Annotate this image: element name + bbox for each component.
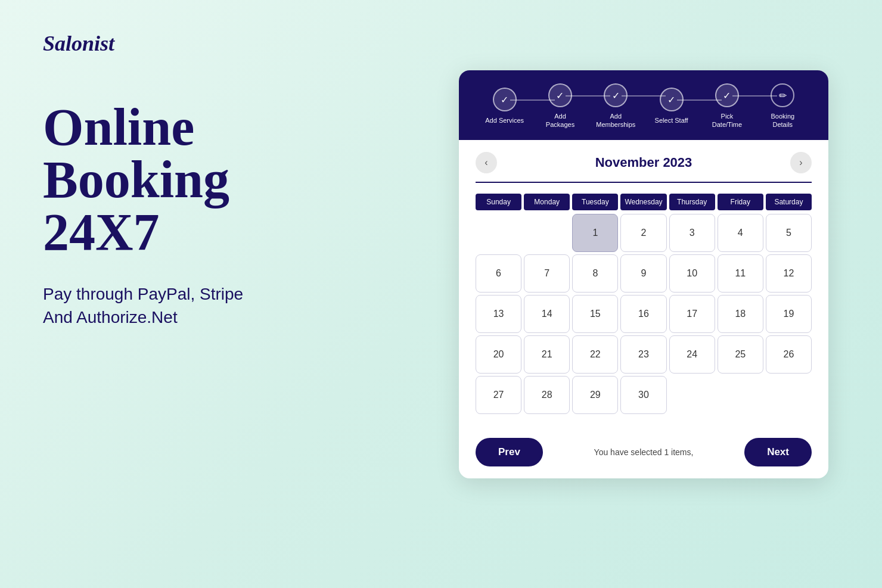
cal-empty (524, 214, 570, 252)
day-headers: Sunday Monday Tuesday Wednesday Thursday… (476, 194, 812, 210)
cal-day-25[interactable]: 25 (718, 335, 763, 374)
cal-day-8[interactable]: 8 (572, 254, 618, 293)
cal-day-18[interactable]: 18 (718, 295, 763, 333)
step-pick-datetime[interactable]: ✓ PickDate/Time (699, 83, 754, 129)
prev-month-button[interactable]: ‹ (476, 152, 497, 173)
step-circle-select-staff: ✓ (660, 88, 684, 111)
day-header-saturday: Saturday (766, 194, 812, 210)
cal-day-19[interactable]: 19 (766, 295, 812, 333)
calendar-header: ‹ November 2023 › (476, 152, 812, 183)
cal-day-26[interactable]: 26 (766, 335, 812, 374)
step-add-memberships[interactable]: ✓ AddMemberships (588, 83, 644, 129)
day-header-wednesday: Wednesday (620, 194, 666, 210)
step-add-packages[interactable]: ✓ AddPackages (532, 83, 588, 129)
step-label-pick-datetime: PickDate/Time (712, 112, 742, 129)
step-label-add-memberships: AddMemberships (596, 112, 635, 129)
cal-day-30[interactable]: 30 (620, 376, 666, 414)
cal-day-28[interactable]: 28 (524, 376, 570, 414)
cal-day-7[interactable]: 7 (524, 254, 570, 293)
cal-day-5[interactable]: 5 (766, 214, 812, 252)
cal-day-24[interactable]: 24 (669, 335, 715, 374)
cal-day-4[interactable]: 4 (718, 214, 763, 252)
step-circle-add-memberships: ✓ (604, 83, 628, 107)
cal-day-12[interactable]: 12 (766, 254, 812, 293)
footer-status: You have selected 1 items, (543, 447, 744, 457)
cal-day-22[interactable]: 22 (572, 335, 618, 374)
cal-day-23[interactable]: 23 (620, 335, 666, 374)
logo-text: Salonist (43, 32, 114, 55)
month-title: November 2023 (595, 155, 692, 170)
day-header-tuesday: Tuesday (572, 194, 618, 210)
next-button[interactable]: Next (744, 438, 812, 466)
day-header-sunday: Sunday (476, 194, 521, 210)
cal-empty (766, 376, 812, 414)
step-add-services[interactable]: ✓ Add Services (477, 88, 532, 125)
step-select-staff[interactable]: ✓ Select Staff (644, 88, 699, 125)
cal-day-2[interactable]: 2 (620, 214, 666, 252)
cal-day-1[interactable]: 1 (572, 214, 618, 252)
step-circle-add-packages: ✓ (548, 83, 572, 107)
step-label-select-staff: Select Staff (655, 116, 688, 125)
cal-day-21[interactable]: 21 (524, 335, 570, 374)
cal-day-14[interactable]: 14 (524, 295, 570, 333)
cal-day-6[interactable]: 6 (476, 254, 521, 293)
cal-day-17[interactable]: 17 (669, 295, 715, 333)
cal-day-13[interactable]: 13 (476, 295, 521, 333)
cal-day-9[interactable]: 9 (620, 254, 666, 293)
day-header-monday: Monday (524, 194, 570, 210)
cal-day-29[interactable]: 29 (572, 376, 618, 414)
subtext: Pay through PayPal, Stripe And Authorize… (43, 282, 243, 329)
day-header-thursday: Thursday (669, 194, 715, 210)
step-circle-pick-datetime: ✓ (715, 83, 739, 107)
next-month-button[interactable]: › (790, 152, 812, 173)
cal-day-11[interactable]: 11 (718, 254, 763, 293)
step-label-booking-details: BookingDetails (771, 112, 794, 129)
cal-day-20[interactable]: 20 (476, 335, 521, 374)
booking-footer: Prev You have selected 1 items, Next (459, 428, 828, 478)
step-label-add-services: Add Services (485, 116, 524, 125)
prev-button[interactable]: Prev (476, 438, 543, 466)
calendar-section: ‹ November 2023 › Sunday Monday Tuesday … (459, 140, 828, 428)
cal-empty (476, 214, 521, 252)
progress-bar: ✓ Add Services ✓ AddPackages ✓ AddMember… (459, 70, 828, 140)
logo: Salonist (43, 31, 114, 56)
step-label-add-packages: AddPackages (546, 112, 574, 129)
cal-empty (669, 376, 715, 414)
calendar-grid: 1 2 3 4 5 6 7 8 9 10 11 12 13 14 15 16 1… (476, 214, 812, 414)
day-header-friday: Friday (718, 194, 763, 210)
step-circle-booking-details: ✏ (771, 83, 794, 107)
cal-day-15[interactable]: 15 (572, 295, 618, 333)
cal-day-3[interactable]: 3 (669, 214, 715, 252)
step-booking-details[interactable]: ✏ BookingDetails (755, 83, 810, 129)
cal-empty (718, 376, 763, 414)
headline: Online Booking 24X7 (43, 101, 243, 259)
step-circle-add-services: ✓ (493, 88, 517, 111)
cal-day-16[interactable]: 16 (620, 295, 666, 333)
booking-widget: ✓ Add Services ✓ AddPackages ✓ AddMember… (459, 70, 828, 478)
hero-content: Online Booking 24X7 Pay through PayPal, … (43, 101, 243, 329)
cal-day-10[interactable]: 10 (669, 254, 715, 293)
cal-day-27[interactable]: 27 (476, 376, 521, 414)
